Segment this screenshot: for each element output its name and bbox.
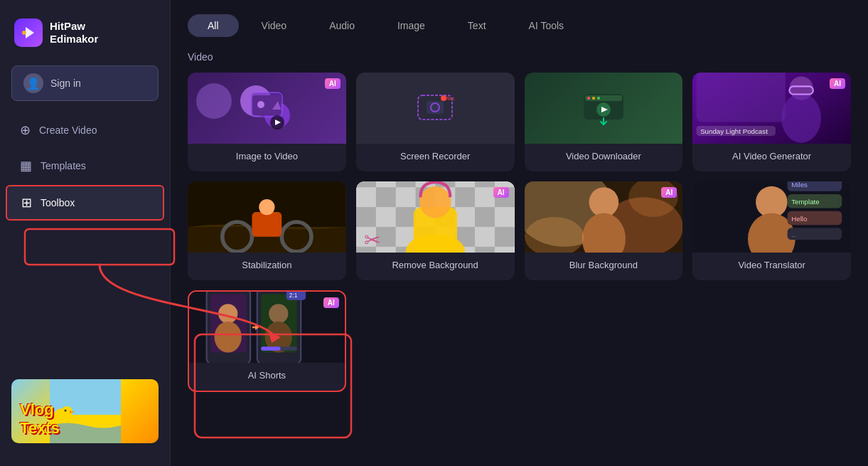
- svg-rect-55: [395, 207, 415, 227]
- svg-rect-22: [585, 95, 622, 101]
- sidebar-item-label: Templates: [41, 160, 86, 171]
- user-avatar-icon: 👤: [23, 73, 43, 93]
- tool-card-ai-shorts[interactable]: 2:1 AI AI Shorts: [188, 290, 346, 392]
- svg-marker-0: [26, 27, 34, 38]
- tab-ai-tools[interactable]: AI Tools: [509, 14, 584, 37]
- svg-point-30: [782, 93, 822, 143]
- tool-label-video-translator: Video Translator: [738, 260, 805, 270]
- ai-badge-ai-video-gen: AI: [830, 78, 845, 89]
- tool-thumb-blur-background: AI: [525, 181, 683, 253]
- tools-grid-row2: Before After Stabilization: [188, 181, 851, 280]
- tool-thumb-screen-recorder: Rec: [356, 73, 515, 144]
- ai-badge-remove-bg: AI: [493, 187, 509, 198]
- ai-badge-ai-shorts: AI: [323, 297, 339, 308]
- tool-card-blur-background[interactable]: AI Blur Background: [525, 181, 683, 280]
- svg-text:Miles: Miles: [791, 181, 808, 189]
- svg-point-95: [269, 304, 288, 323]
- svg-rect-50: [376, 187, 396, 207]
- tool-label-remove-background: Remove Background: [392, 260, 478, 270]
- promo-text: VlogTexts: [20, 401, 60, 438]
- svg-text:Hello: Hello: [791, 215, 807, 223]
- svg-point-73: [589, 187, 618, 217]
- svg-text:2:1: 2:1: [289, 292, 298, 299]
- section-video-label: Video: [188, 51, 851, 63]
- tool-card-screen-recorder[interactable]: Rec Screen Recorder: [356, 73, 515, 171]
- tool-label-blur-background: Blur Background: [569, 260, 638, 270]
- svg-point-24: [592, 97, 595, 100]
- tab-image[interactable]: Image: [377, 14, 445, 37]
- sidebar: HitPaw Edimakor 👤 Sign in ⊕ Create Video…: [0, 0, 171, 466]
- thumb-ai-video-bg: Sunday Light Podcast: [692, 73, 851, 144]
- svg-text:Rec: Rec: [446, 96, 455, 101]
- thumb-blur-bg-bg: [525, 181, 683, 253]
- tab-audio[interactable]: Audio: [309, 14, 375, 37]
- svg-point-68: [419, 186, 451, 218]
- ai-badge-blur-bg: AI: [661, 187, 677, 198]
- tool-card-remove-background[interactable]: ✂ AI Remove Background: [356, 181, 515, 280]
- svg-rect-49: [475, 181, 495, 187]
- sign-in-label: Sign in: [50, 78, 81, 89]
- sidebar-item-create-video[interactable]: ⊕ Create Video: [6, 114, 164, 147]
- sidebar-bottom: VlogTexts: [0, 368, 170, 455]
- tool-card-stabilization[interactable]: Before After Stabilization: [188, 181, 346, 280]
- main-content: All Video Audio Image Text AI Tools Vide…: [171, 0, 868, 466]
- svg-rect-39: [252, 212, 282, 237]
- svg-point-12: [257, 101, 264, 108]
- tool-thumb-video-translator: Miles Template Hello ...: [692, 181, 851, 253]
- sidebar-item-toolbox[interactable]: ⊞ Toolbox: [6, 185, 164, 221]
- create-video-icon: ⊕: [20, 122, 31, 138]
- sidebar-item-templates[interactable]: ▦ Templates: [6, 149, 164, 182]
- svg-rect-47: [395, 181, 415, 187]
- tool-label-ai-video-generator: AI Video Generator: [732, 151, 811, 161]
- thumb-ai-shorts-bg: 2:1: [189, 292, 345, 363]
- toolbox-icon: ⊞: [21, 195, 32, 211]
- tool-label-screen-recorder: Screen Recorder: [400, 151, 470, 161]
- tool-thumb-image-to-video: AI: [188, 73, 346, 144]
- app-logo-icon: [14, 18, 43, 47]
- tab-text[interactable]: Text: [448, 14, 506, 37]
- svg-point-1: [22, 31, 26, 35]
- svg-text:...: ...: [791, 231, 796, 238]
- svg-rect-52: [455, 187, 475, 207]
- svg-rect-46: [356, 181, 376, 187]
- tool-card-ai-video-generator[interactable]: Sunday Light Podcast AI AI Video Generat…: [692, 73, 851, 171]
- tool-thumb-video-downloader: [525, 73, 683, 144]
- sign-in-button[interactable]: 👤 Sign in: [11, 65, 159, 101]
- filter-tabs: All Video Audio Image Text AI Tools: [188, 14, 851, 37]
- tool-card-image-to-video[interactable]: AI Image to Video: [188, 73, 346, 171]
- tab-video[interactable]: Video: [242, 14, 307, 37]
- templates-icon: ▦: [20, 158, 32, 174]
- thumb-img-video-bg: [188, 73, 346, 144]
- thumb-translator-bg: Miles Template Hello ...: [692, 181, 851, 253]
- svg-point-23: [587, 97, 590, 100]
- svg-text:Sunday Light Podcast: Sunday Light Podcast: [700, 127, 768, 135]
- tool-thumb-remove-background: ✂ AI: [356, 181, 515, 253]
- thumb-stab-bg: Before After: [188, 181, 346, 253]
- svg-rect-57: [475, 207, 495, 227]
- tool-thumb-stabilization: Before After: [188, 181, 346, 253]
- tools-grid-row1: AI Image to Video Rec: [188, 73, 851, 171]
- svg-point-40: [259, 199, 274, 215]
- promo-image: [50, 379, 121, 443]
- sidebar-item-label: Toolbox: [41, 197, 75, 208]
- svg-text:✂: ✂: [364, 229, 380, 251]
- logo-area: HitPaw Edimakor: [0, 11, 170, 61]
- tool-card-video-translator[interactable]: Miles Template Hello ... Video Translato…: [692, 181, 851, 280]
- svg-rect-100: [261, 346, 280, 350]
- tools-grid-row3: 2:1 AI AI Shorts: [188, 290, 851, 392]
- promo-card[interactable]: VlogTexts: [11, 379, 159, 443]
- tool-label-stabilization: Stabilization: [242, 260, 291, 270]
- tool-thumb-ai-video-generator: Sunday Light Podcast AI: [692, 73, 851, 144]
- svg-point-91: [218, 304, 237, 323]
- tool-label-image-to-video: Image to Video: [236, 151, 298, 161]
- svg-point-92: [215, 322, 242, 353]
- tool-label-ai-shorts: AI Shorts: [248, 370, 286, 381]
- sidebar-item-label: Create Video: [39, 125, 97, 136]
- tool-card-video-downloader[interactable]: Video Downloader: [525, 73, 683, 171]
- svg-rect-61: [495, 227, 515, 247]
- app-name: HitPaw Edimakor: [50, 20, 98, 46]
- svg-rect-54: [356, 207, 376, 227]
- svg-text:Template: Template: [791, 198, 820, 206]
- tab-all[interactable]: All: [188, 14, 239, 37]
- thumb-downloader-bg: [525, 73, 683, 144]
